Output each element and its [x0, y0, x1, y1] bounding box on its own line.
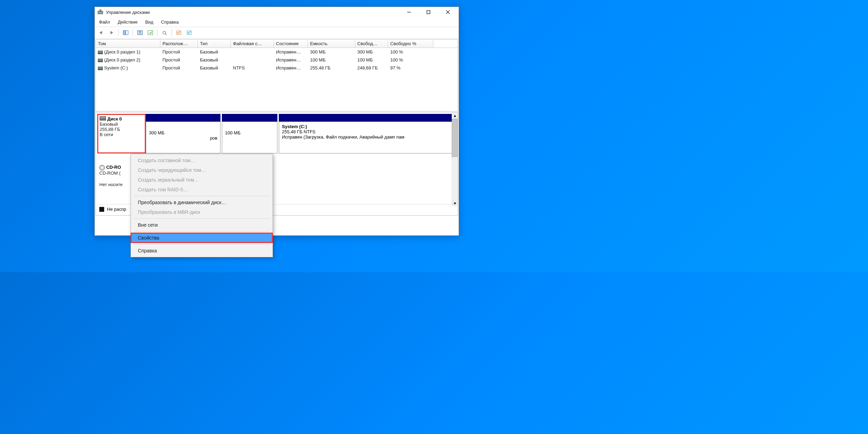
svg-text:?: ?: [139, 31, 141, 35]
ctx-offline[interactable]: Вне сети: [131, 220, 273, 230]
svg-rect-0: [98, 11, 103, 14]
scroll-up-icon[interactable]: ▴: [452, 112, 458, 118]
settings-icon-1[interactable]: [175, 28, 183, 37]
volume-row[interactable]: (Диск 0 раздел 1) Простой Базовый Исправ…: [96, 48, 458, 56]
partition-1[interactable]: 300 МБ ров: [146, 122, 220, 153]
maximize-button[interactable]: [423, 9, 434, 16]
toolbar: ?: [95, 27, 459, 39]
close-button[interactable]: [442, 9, 454, 16]
ctx-convert-dynamic[interactable]: Преобразовать в динамический диск…: [131, 198, 273, 207]
titlebar[interactable]: Управление дисками: [95, 7, 459, 17]
col-free[interactable]: Свобод…: [355, 40, 388, 48]
col-freepct[interactable]: Свободно %: [388, 40, 433, 48]
minimize-button[interactable]: [403, 9, 415, 16]
col-volume[interactable]: Том: [96, 40, 160, 48]
svg-rect-6: [123, 31, 125, 35]
ctx-create-striped[interactable]: Создать чередующийся том…: [131, 165, 273, 175]
svg-rect-1: [100, 10, 101, 11]
ctx-properties[interactable]: Свойства: [131, 233, 273, 243]
menu-help[interactable]: Справка: [160, 19, 180, 25]
svg-point-11: [163, 31, 166, 34]
settings-icon-2[interactable]: [185, 28, 193, 37]
volume-icon: [98, 51, 103, 54]
window-title: Управление дисками: [106, 10, 403, 15]
col-fs[interactable]: Файловая с…: [231, 40, 274, 48]
col-capacity[interactable]: Емкость: [308, 40, 355, 48]
partition-system-c[interactable]: System (C:) 255,48 ГБ NTFS Исправен (Заг…: [279, 122, 456, 153]
ctx-create-raid5[interactable]: Создать том RAID-5…: [131, 185, 273, 194]
volumes-header[interactable]: Том Располож… Тип Файловая с… Состояние …: [96, 40, 458, 48]
cdrom-icon: [99, 165, 105, 170]
hdd-icon: [100, 116, 106, 120]
help-icon[interactable]: ?: [136, 28, 144, 37]
ctx-convert-mbr[interactable]: Преобразовать в MBR-диск: [131, 207, 273, 217]
svg-rect-3: [427, 11, 430, 14]
forward-button[interactable]: [107, 28, 116, 37]
back-button[interactable]: [97, 28, 105, 37]
volume-icon: [98, 67, 103, 70]
volume-row[interactable]: (Диск 0 раздел 2) Простой Базовый Исправ…: [96, 56, 458, 64]
menubar: Файл Действие Вид Справка: [95, 17, 459, 27]
svg-rect-10: [148, 31, 153, 35]
disks-scrollbar[interactable]: ▴ ▾: [452, 112, 458, 206]
svg-line-12: [165, 34, 167, 35]
app-icon: [98, 9, 103, 15]
partition-2[interactable]: 100 МБ: [222, 122, 277, 153]
disk-0-info[interactable]: Диск 0 Базовый 255,88 ГБ В сети: [97, 114, 146, 153]
menu-action[interactable]: Действие: [116, 19, 139, 25]
ctx-help[interactable]: Справка: [131, 246, 273, 256]
ctx-create-spanned[interactable]: Создать составной том…: [131, 156, 273, 165]
refresh-icon[interactable]: [146, 28, 155, 37]
col-layout[interactable]: Располож…: [160, 40, 198, 48]
rescan-icon[interactable]: [160, 28, 169, 37]
menu-file[interactable]: Файл: [98, 19, 111, 25]
legend-unallocated-swatch: [99, 207, 104, 212]
scroll-thumb[interactable]: [452, 119, 458, 157]
menu-view[interactable]: Вид: [144, 19, 155, 25]
volumes-pane: Том Располож… Тип Файловая с… Состояние …: [95, 39, 458, 111]
legend-unallocated-label: Не распр: [107, 207, 126, 212]
svg-rect-7: [126, 31, 128, 35]
col-type[interactable]: Тип: [198, 40, 231, 48]
show-hide-tree-icon[interactable]: [122, 28, 130, 37]
context-menu: Создать составной том… Создать чередующи…: [131, 154, 273, 257]
volume-icon: [98, 59, 103, 62]
volume-row[interactable]: System (C:) Простой Базовый NTFS Исправе…: [96, 64, 458, 72]
ctx-create-mirror[interactable]: Создать зеркальный том…: [131, 175, 273, 185]
col-state[interactable]: Состояние: [274, 40, 308, 48]
